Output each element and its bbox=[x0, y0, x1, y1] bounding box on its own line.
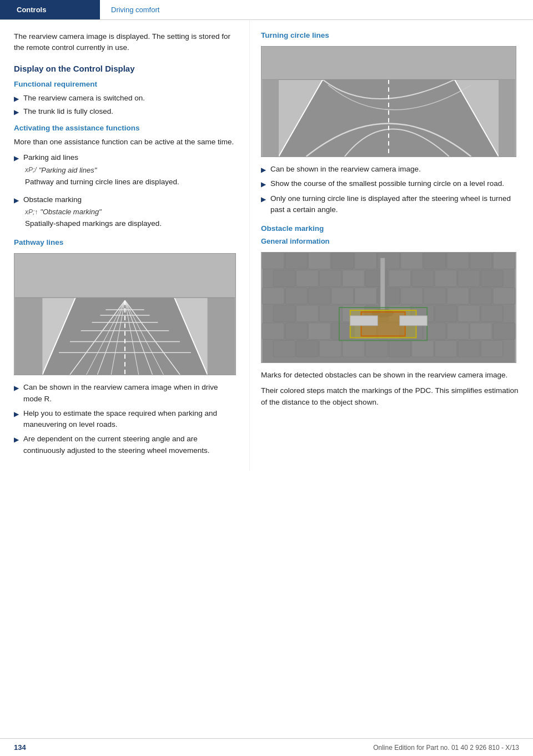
bullet-text: Only one turning circle line is displaye… bbox=[270, 193, 519, 216]
bullet-text: Are dependent on the current steering an… bbox=[23, 434, 235, 456]
svg-rect-84 bbox=[470, 323, 492, 340]
svg-rect-66 bbox=[296, 305, 319, 322]
svg-rect-20 bbox=[208, 298, 235, 375]
footer-text: Online Edition for Part no. 01 40 2 926 … bbox=[373, 744, 519, 752]
left-column: The rearview camera image is displayed. … bbox=[0, 20, 250, 471]
svg-rect-88 bbox=[319, 340, 341, 357]
svg-rect-77 bbox=[308, 323, 330, 340]
svg-rect-43 bbox=[493, 253, 515, 269]
function-label: Parking aid lines bbox=[23, 152, 78, 163]
obstacle-heading: Obstacle marking bbox=[261, 224, 519, 233]
svg-rect-47 bbox=[343, 270, 365, 287]
svg-rect-90 bbox=[365, 340, 388, 357]
list-item: ▶ Parking aid lines bbox=[14, 152, 235, 163]
function-subtext: Pathway and turning circle lines are dis… bbox=[25, 177, 235, 188]
bullet-arrow-icon: ▶ bbox=[14, 94, 19, 104]
svg-rect-61 bbox=[424, 288, 446, 304]
svg-rect-62 bbox=[447, 288, 469, 304]
svg-rect-36 bbox=[331, 253, 354, 269]
svg-rect-55 bbox=[285, 288, 308, 304]
obstacle-image bbox=[261, 252, 516, 363]
svg-rect-19 bbox=[15, 298, 43, 375]
turning-heading: Turning circle lines bbox=[261, 31, 519, 39]
bullet-text: Can be shown in the rearview camera imag… bbox=[23, 382, 235, 405]
svg-rect-35 bbox=[308, 253, 330, 269]
intro-text: The rearview camera image is displayed. … bbox=[14, 31, 235, 54]
svg-rect-86 bbox=[273, 340, 295, 357]
bullet-arrow-icon: ▶ bbox=[14, 383, 19, 393]
svg-rect-96 bbox=[380, 258, 385, 313]
svg-rect-91 bbox=[389, 340, 411, 357]
activating-heading: Activating the assistance functions bbox=[14, 124, 235, 132]
svg-rect-34 bbox=[285, 253, 308, 269]
svg-rect-89 bbox=[343, 340, 365, 357]
svg-rect-60 bbox=[401, 288, 423, 304]
svg-rect-37 bbox=[355, 253, 377, 269]
svg-rect-67 bbox=[319, 305, 341, 322]
svg-rect-52 bbox=[458, 270, 480, 287]
icon-ref: xP;/ "Parking aid lines" bbox=[25, 166, 235, 174]
controls-tab-label: Controls bbox=[17, 6, 46, 14]
svg-rect-56 bbox=[308, 288, 330, 304]
right-column: Turning circle lines bbox=[250, 20, 533, 471]
functional-req-heading: Functional requirement bbox=[14, 80, 235, 88]
svg-rect-72 bbox=[435, 305, 457, 322]
obstacle-icon-symbol: xP;↑ bbox=[25, 208, 38, 216]
svg-rect-31 bbox=[499, 79, 515, 157]
obstacle-body1: Marks for detected obstacles can be show… bbox=[261, 370, 519, 381]
svg-rect-65 bbox=[273, 305, 295, 322]
svg-rect-87 bbox=[296, 340, 319, 357]
svg-rect-76 bbox=[285, 323, 308, 340]
list-item: ▶ Obstacle marking bbox=[14, 194, 235, 205]
svg-rect-46 bbox=[319, 270, 341, 287]
list-item: ▶ Show the course of the smallest possib… bbox=[261, 178, 519, 189]
general-info-heading: General information bbox=[261, 237, 519, 245]
bullet-text: The rearview camera is switched on. bbox=[23, 93, 145, 104]
icon-ref-label: "Parking aid lines" bbox=[39, 166, 97, 174]
svg-rect-85 bbox=[493, 323, 515, 340]
svg-rect-101 bbox=[350, 316, 378, 326]
bullet-arrow-icon: ▶ bbox=[14, 153, 19, 163]
svg-rect-102 bbox=[400, 316, 428, 326]
pathway-image bbox=[14, 253, 236, 375]
list-item: ▶ Can be shown in the rearview camera im… bbox=[14, 382, 235, 405]
display-heading: Display on the Control Display bbox=[14, 64, 235, 73]
list-item: ▶ Only one turning circle line is displa… bbox=[261, 193, 519, 216]
svg-rect-54 bbox=[262, 288, 284, 304]
bullet-arrow-icon: ▶ bbox=[14, 107, 19, 117]
turning-circle-image bbox=[261, 46, 516, 157]
svg-rect-42 bbox=[470, 253, 492, 269]
page-header: Controls Driving comfort bbox=[0, 0, 533, 20]
main-content: The rearview camera image is displayed. … bbox=[0, 20, 533, 471]
svg-rect-51 bbox=[435, 270, 457, 287]
svg-rect-53 bbox=[481, 270, 503, 287]
pathway-heading: Pathway lines bbox=[14, 238, 235, 246]
bullet-arrow-icon: ▶ bbox=[261, 179, 266, 189]
parking-icon-symbol: xP;/ bbox=[25, 166, 37, 174]
svg-rect-21 bbox=[15, 254, 235, 298]
svg-rect-75 bbox=[262, 323, 284, 340]
svg-rect-33 bbox=[262, 253, 284, 269]
activating-body: More than one assistance function can be… bbox=[14, 137, 235, 148]
bullet-text: Can be shown in the rearview camera imag… bbox=[270, 164, 421, 175]
svg-rect-73 bbox=[458, 305, 480, 322]
list-item: ▶ The trunk lid is fully closed. bbox=[14, 106, 235, 117]
bullet-arrow-icon: ▶ bbox=[261, 165, 266, 175]
bullet-arrow-icon: ▶ bbox=[14, 195, 19, 205]
function-subtext: Spatially-shaped markings are displayed. bbox=[25, 218, 235, 229]
svg-rect-41 bbox=[447, 253, 469, 269]
svg-rect-44 bbox=[273, 270, 295, 287]
list-item: ▶ Are dependent on the current steering … bbox=[14, 434, 235, 456]
page-number: 134 bbox=[14, 743, 26, 752]
tab-driving-comfort[interactable]: Driving comfort bbox=[100, 0, 170, 19]
svg-rect-92 bbox=[412, 340, 434, 357]
svg-rect-93 bbox=[435, 340, 457, 357]
svg-rect-28 bbox=[262, 47, 515, 79]
svg-rect-63 bbox=[470, 288, 492, 304]
icon-ref: xP;↑ "Obstacle marking" bbox=[25, 208, 235, 216]
tab-controls[interactable]: Controls bbox=[0, 0, 100, 19]
svg-rect-39 bbox=[401, 253, 423, 269]
bullet-text: The trunk lid is fully closed. bbox=[23, 106, 113, 117]
svg-rect-45 bbox=[296, 270, 319, 287]
svg-rect-58 bbox=[355, 288, 377, 304]
